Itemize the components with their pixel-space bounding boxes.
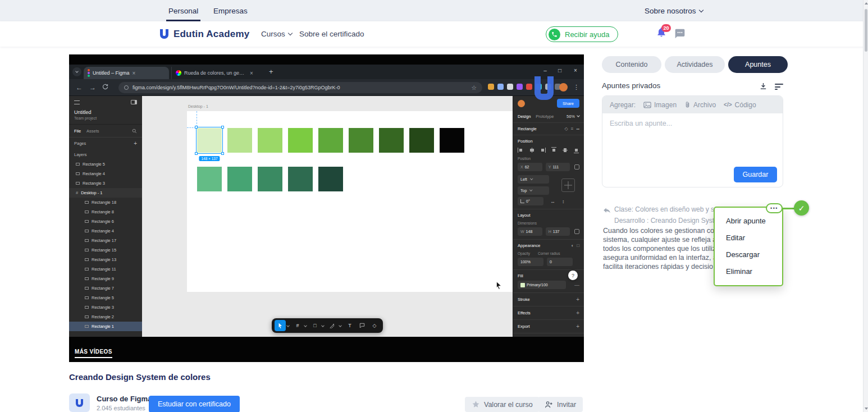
video-player[interactable]: Untitled – Figma × Rueda de colores, un …	[69, 54, 584, 362]
chevron-down-icon	[577, 114, 580, 117]
tab-contenido[interactable]: Contenido	[602, 56, 661, 73]
link-icon	[574, 164, 579, 170]
menu-item-editar[interactable]: Editar	[715, 230, 782, 246]
image-icon	[643, 102, 651, 108]
help-button[interactable]: Recibir ayuda	[546, 26, 618, 42]
align-right-icon	[540, 147, 546, 153]
close-window-icon: ×	[571, 67, 580, 74]
attach-image-button[interactable]: Imagen	[643, 101, 677, 109]
scroll-down-arrow-icon[interactable]	[865, 408, 868, 410]
scroll-up-arrow-icon[interactable]	[865, 2, 868, 4]
page-url: figma.com/design/y.5flM8HwuRrPqpg7O0nW/U…	[133, 85, 467, 90]
figma-layer-rectangle-4: Rectangle 4	[69, 169, 142, 178]
tab-file: File	[74, 129, 81, 134]
measure-guide	[197, 111, 197, 127]
flip-horizontal-icon: ↔	[550, 199, 555, 204]
menu-item-abrir-apunte[interactable]: Abrir apunte	[715, 213, 782, 230]
person-plus-icon	[545, 401, 553, 409]
selection-outline	[196, 127, 223, 154]
swatch-row-primary	[197, 128, 464, 153]
back-icon: ←	[76, 84, 83, 91]
address-bar: figma.com/design/y.5flM8HwuRrPqpg7O0nW/U…	[118, 82, 482, 93]
constraints-crosshair-icon	[561, 178, 575, 192]
figma-layer-rectangle-15: Rectangle 15	[69, 245, 142, 255]
tab-personal[interactable]: Personal	[166, 0, 200, 21]
figma-project-name: Team project	[74, 116, 137, 120]
rectangle-icon	[85, 306, 89, 309]
color-swatch	[409, 128, 434, 153]
rectangle-icon	[76, 163, 80, 166]
frame-child-layers: Rectangle 18Rectangle 8Rectangle 6Rectan…	[69, 198, 142, 331]
color-swatch	[258, 167, 282, 191]
figma-toolbar: # □ T ◇	[272, 318, 383, 333]
tab-actividades[interactable]: Actividades	[665, 56, 725, 73]
color-swatch	[288, 167, 313, 191]
refresh-icon	[102, 83, 109, 92]
menu-item-descargar[interactable]: Descargar	[715, 246, 782, 263]
browser-menu-icon: ⋮	[573, 84, 579, 90]
color-swatch	[197, 167, 222, 191]
note-composer: Agregar: Imagen Archivo </> Código Guard…	[602, 95, 783, 187]
course-name: Curso de Figma	[97, 395, 152, 403]
attach-file-button[interactable]: Archivo	[684, 101, 716, 109]
menu-item-eliminar[interactable]: Eliminar	[715, 263, 782, 280]
notifications-button[interactable]: 20	[656, 26, 669, 40]
messages-button[interactable]	[674, 28, 686, 42]
course-logo	[69, 393, 90, 412]
more-videos-tab[interactable]: MÁS VÍDEOS	[75, 349, 112, 358]
chevron-down-icon	[288, 31, 293, 35]
align-top-icon	[551, 147, 557, 153]
tab-apuntes[interactable]: Apuntes	[728, 56, 788, 73]
corner-radius-field: 0	[547, 258, 573, 266]
selected-object-name: Rectangle	[518, 126, 537, 131]
study-with-certificate-button[interactable]: Estudiar con certificado	[149, 396, 240, 412]
effects-section: Effects+	[513, 306, 584, 320]
add-stroke-icon: +	[576, 296, 579, 303]
attach-code-button[interactable]: </> Código	[724, 101, 756, 109]
scrollbar-thumb[interactable]	[865, 9, 867, 52]
color-swatch	[288, 128, 313, 153]
note-options-button[interactable]: •••	[766, 203, 783, 213]
nav-cursos[interactable]: Cursos	[261, 21, 292, 47]
site-header: Edutin Academy Cursos Sobre el certifica…	[0, 21, 868, 47]
opacity-field: 100%	[518, 258, 543, 266]
tab-prototype: Prototype	[536, 114, 554, 119]
page-scrollbar[interactable]	[863, 0, 868, 412]
export-section: Export+	[513, 320, 584, 333]
rate-course-button[interactable]: Valorar el curso	[465, 397, 540, 412]
rectangle-icon	[76, 182, 80, 185]
align-center-v-icon	[562, 147, 568, 153]
pen-tool-icon	[327, 320, 338, 331]
nav-certificado[interactable]: Sobre el certificado	[299, 21, 364, 47]
blend-mode-icon: ◐	[571, 244, 574, 248]
width-field: W148	[518, 227, 542, 236]
tab-empresas[interactable]: Empresas	[211, 0, 250, 21]
notes-section-title: Apuntes privados	[602, 81, 660, 90]
brand-name: Edutin Academy	[173, 29, 249, 40]
frame-label: Desktop - 1	[188, 104, 208, 108]
figma-file-name: Untitled	[74, 109, 137, 115]
filter-notes-button[interactable]	[775, 84, 783, 90]
figma-layers-panel: Untitled Team project File Assets Pages+…	[69, 96, 142, 337]
zoom-level: 56%	[567, 114, 579, 119]
save-note-button[interactable]: Guardar	[734, 167, 777, 182]
browser-tab-color-wheel: Rueda de colores, un generado ×	[171, 67, 266, 79]
download-notes-button[interactable]	[759, 82, 768, 93]
about-us-menu[interactable]: Sobre nosotros	[645, 0, 703, 21]
layout-section: Layout Dimensions W148 H137	[513, 209, 584, 240]
rectangle-icon	[85, 268, 89, 271]
rectangle-icon	[85, 325, 89, 328]
rectangle-icon	[85, 249, 89, 251]
figma-layer-rectangle-3: Rectangle 3	[69, 178, 142, 188]
figma-help-button: ?	[568, 271, 578, 280]
bookmark-star-icon: ☆	[471, 84, 477, 91]
top-utility-bar: Personal Empresas Sobre nosotros	[0, 0, 868, 21]
brand-logo[interactable]: Edutin Academy	[160, 21, 249, 47]
add-page-icon: +	[134, 140, 137, 147]
figma-inspector-panel: Share Design Prototype 56% Rectangle ◇≡•…	[513, 96, 584, 337]
invite-button[interactable]: Invitar	[538, 397, 583, 412]
browser-url-bar: ← → figma.com/design/y.5flM8HwuRrPqpg7O0…	[69, 79, 584, 96]
rectangle-icon	[85, 230, 89, 232]
note-input[interactable]	[610, 120, 775, 159]
annotation-check-icon: ✓	[794, 200, 809, 216]
